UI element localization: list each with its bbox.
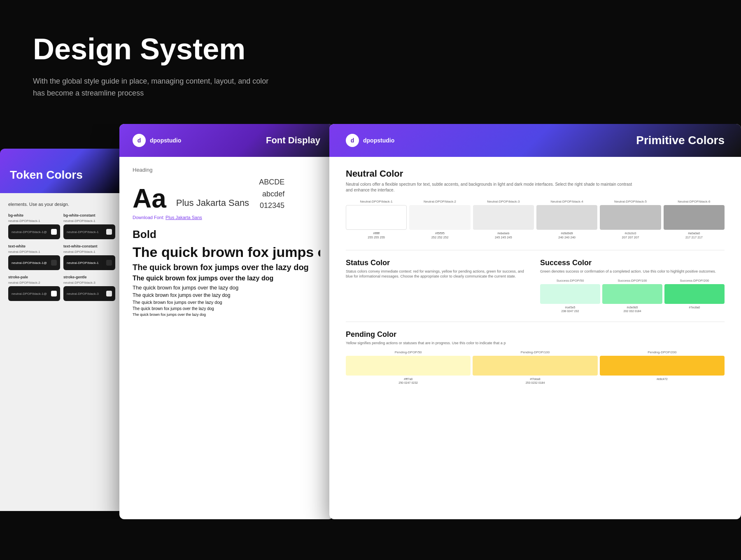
prim-card-header: d dpopstudio Primitive Colors <box>329 124 741 157</box>
token-item-stroke-pale: stroke-pale neutral-DPOP/black-2 neutral… <box>8 275 60 301</box>
token-row-bg-white: bg-white neutral-DPOP/black-1 neutral-DP… <box>8 213 115 239</box>
swatch-block-neutral-4 <box>536 205 597 230</box>
pending-swatches: Pending-DPOP/50 #fff7a8250 0247 0232 Pen… <box>346 350 725 385</box>
divider-1 <box>346 250 725 250</box>
swatch-neutral-4: Neutral-DPOP/black-4 #d9d9d9240 240 240 <box>536 200 597 240</box>
neutral-section-desc: Neutral colors offer a flexible spectrum… <box>346 182 634 193</box>
font-sample-xxs: The quick brown fox jumps over the lazy … <box>133 300 320 305</box>
neutral-swatches: Neutral-DPOP/black-1 #ffffff255 255 255 … <box>346 200 725 240</box>
token-card-title: Token Colors <box>10 168 114 182</box>
token-card-header: Token Colors <box>0 149 124 193</box>
font-sample-xl: The quick brown fox jumps over the la <box>133 244 320 260</box>
swatch-neutral-5: Neutral-DPOP/black-5 #c0c0c0207 207 207 <box>600 200 661 240</box>
token-row-stroke: stroke-pale neutral-DPOP/black-2 neutral… <box>8 275 115 301</box>
pending-title: Pending Color <box>346 330 725 339</box>
swatch-success-100: Success-DPOP/100 #c6e9b5202 032 0184 <box>602 279 662 313</box>
token-chip-dot-3 <box>51 260 57 266</box>
page-title: Design System <box>33 33 708 65</box>
token-colors-card: Token Colors elements. Use as your desig… <box>0 149 124 511</box>
prim-card-title: Primitive Colors <box>636 134 725 147</box>
swatch-block-neutral-1 <box>346 205 407 230</box>
swatch-block-neutral-3 <box>473 205 534 230</box>
font-sample-md: The quick brown fox jumps over the lazy … <box>133 275 320 282</box>
token-chip-text-white-const: neutral-DPOP/black-1 <box>63 255 115 270</box>
brand-logo: d dpopstudio <box>133 134 181 147</box>
swatch-block-neutral-2 <box>409 205 470 230</box>
token-chip-bg-white: neutral-DPOP/black-1@ <box>8 224 60 239</box>
font-sample-xxxs: The quick brown fox jumps over the lazy … <box>133 306 320 311</box>
neutral-section-title: Neutral Color <box>346 168 725 179</box>
swatch-neutral-2: Neutral-DPOP/black-2 #f5f5f5252 252 252 <box>409 200 470 240</box>
divider-2 <box>346 322 725 322</box>
success-desc: Green denotes success or confirmation of… <box>540 269 725 274</box>
token-item-stroke-gentle: stroke-gentle neutral-DPOP/black-3 neutr… <box>63 275 115 301</box>
prim-brand-name: dpopstudio <box>363 137 394 144</box>
swatch-neutral-3: Neutral-DPOP/black-3 #ebebeb245 245 245 <box>473 200 534 240</box>
swatch-pending-100: Pending-DPOP/100 #f7dea8253 0232 0184 <box>473 350 597 385</box>
hero-subtitle: With the global style guide in place, ma… <box>33 75 280 99</box>
swatch-block-pending-200 <box>600 356 725 376</box>
pending-desc: Yellow signifies pending actions or stat… <box>346 341 725 346</box>
token-item-text-white-const: text-white-constant neutral-DPOP/black-1… <box>63 244 115 270</box>
token-item-text-white: text-white neutral-DPOP/black-1 neutral-… <box>8 244 60 270</box>
token-chip-text-white: neutral-DPOP/black-1@ <box>8 255 60 270</box>
status-success-row: Status Color Status colors convey immedi… <box>346 259 725 313</box>
font-chars: ABCDE abcdef 012345 <box>259 176 284 212</box>
token-chip-dot-6 <box>106 291 112 296</box>
token-card-text: elements. Use as your design. <box>8 201 115 208</box>
token-chip-bg-white-const: neutral-DPOP/black-1 <box>63 224 115 239</box>
cards-area: Token Colors elements. Use as your desig… <box>0 124 741 519</box>
success-title: Success Color <box>540 259 725 267</box>
swatch-block-neutral-5 <box>600 205 661 230</box>
swatch-pending-200: Pending-DPOP/200 #e8c472 <box>600 350 725 385</box>
swatch-success-50: Success-DPOP/50 #cef3e5238 0247 232 <box>540 279 600 313</box>
token-chip-dot-4 <box>106 260 112 266</box>
swatch-block-success-50 <box>540 284 600 304</box>
token-item-bg-white-const: bg-white-constant neutral-DPOP/black-1 n… <box>63 213 115 239</box>
swatch-pending-50: Pending-DPOP/50 #fff7a8250 0247 0232 <box>346 350 471 385</box>
swatch-success-200: Success-DPOP/200 #7ec8a0 <box>664 279 725 313</box>
font-sample-lg: The quick brown fox jumps over the lazy … <box>133 263 320 272</box>
font-sample-sm: The quick brown fox jumps over the lazy … <box>133 285 320 291</box>
font-sample-tiny: The quick brown fox jumps over the lazy … <box>133 313 320 317</box>
token-chip-dot-5 <box>51 291 57 296</box>
token-card-body: elements. Use as your design. bg-white n… <box>0 193 124 511</box>
status-desc: Status colors convey immediate context: … <box>346 269 530 279</box>
font-download-link[interactable]: Plus Jakarta Sans <box>165 215 202 220</box>
brand-name: dpopstudio <box>150 137 181 144</box>
swatch-block-pending-100 <box>473 356 597 376</box>
font-sample-xs: The quick brown fox jumps over the lazy … <box>133 292 320 298</box>
token-chip-stroke-gentle: neutral-DPOP/black-3 <box>63 286 115 301</box>
swatch-block-success-200 <box>664 284 725 304</box>
font-display-card: d dpopstudio Font Display Heading Aa Plu… <box>119 124 333 519</box>
primitive-colors-card: d dpopstudio Primitive Colors Neutral Co… <box>329 124 741 519</box>
font-big-letters: Aa <box>133 185 166 212</box>
status-title: Status Color <box>346 259 530 267</box>
font-bold-label: Bold <box>133 228 320 241</box>
token-item-bg-white: bg-white neutral-DPOP/black-1 neutral-DP… <box>8 213 60 239</box>
token-row-text-white: text-white neutral-DPOP/black-1 neutral-… <box>8 244 115 270</box>
swatch-block-neutral-6 <box>664 205 725 230</box>
swatch-block-success-100 <box>602 284 662 304</box>
token-chip-stroke-pale: neutral-DPOP/black-1@ <box>8 286 60 301</box>
swatch-block-pending-50 <box>346 356 471 376</box>
hero-section: Design System With the global style guid… <box>0 0 741 124</box>
font-section-label: Heading <box>133 167 320 173</box>
font-download[interactable]: Download Font: Plus Jakarta Sans <box>133 215 320 220</box>
font-card-header-title: Font Display <box>266 135 320 146</box>
success-swatches: Success-DPOP/50 #cef3e5238 0247 232 Succ… <box>540 279 725 313</box>
brand-icon: d <box>133 134 146 147</box>
status-col: Status Color Status colors convey immedi… <box>346 259 530 313</box>
token-chip-dot <box>51 229 57 235</box>
font-card-header: d dpopstudio Font Display <box>119 124 333 157</box>
prim-brand-logo: d dpopstudio <box>346 134 394 147</box>
font-card-body: Heading Aa Plus Jakarta Sans ABCDE abcde… <box>119 157 333 328</box>
swatch-neutral-6: Neutral-DPOP/black-6 #a0a0a0217 217 217 <box>664 200 725 240</box>
success-col: Success Color Green denotes success or c… <box>540 259 725 313</box>
swatch-neutral-1: Neutral-DPOP/black-1 #ffffff255 255 255 <box>346 200 407 240</box>
prim-brand-icon: d <box>346 134 359 147</box>
font-name: Plus Jakarta Sans <box>176 198 249 212</box>
token-chip-dot-2 <box>106 229 112 235</box>
prim-card-body: Neutral Color Neutral colors offer a fle… <box>329 157 741 397</box>
font-display-row: Aa Plus Jakarta Sans ABCDE abcdef 012345 <box>133 176 320 212</box>
